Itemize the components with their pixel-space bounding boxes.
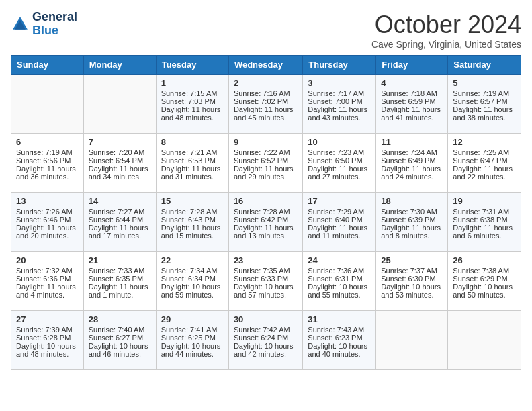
location-subtitle: Cave Spring, Virginia, United States bbox=[371, 39, 521, 50]
day-number: 18 bbox=[381, 196, 443, 206]
day-info: Sunrise: 7:40 AM Sunset: 6:27 PM Dayligh… bbox=[89, 326, 151, 358]
day-info: Sunrise: 7:37 AM Sunset: 6:30 PM Dayligh… bbox=[381, 267, 443, 299]
day-number: 25 bbox=[381, 255, 443, 265]
calendar-cell: 18Sunrise: 7:30 AM Sunset: 6:39 PM Dayli… bbox=[376, 193, 448, 252]
calendar-cell: 30Sunrise: 7:42 AM Sunset: 6:24 PM Dayli… bbox=[228, 311, 302, 370]
calendar-cell: 24Sunrise: 7:36 AM Sunset: 6:31 PM Dayli… bbox=[303, 252, 376, 311]
page-header: General Blue October 2024 Cave Spring, V… bbox=[11, 11, 521, 50]
calendar-cell: 16Sunrise: 7:28 AM Sunset: 6:42 PM Dayli… bbox=[228, 193, 302, 252]
day-number: 8 bbox=[161, 137, 224, 147]
day-info: Sunrise: 7:36 AM Sunset: 6:31 PM Dayligh… bbox=[308, 267, 371, 299]
day-info: Sunrise: 7:43 AM Sunset: 6:23 PM Dayligh… bbox=[308, 326, 371, 358]
weekday-header-row: SundayMondayTuesdayWednesdayThursdayFrid… bbox=[11, 56, 521, 75]
calendar-cell: 15Sunrise: 7:28 AM Sunset: 6:43 PM Dayli… bbox=[156, 193, 228, 252]
day-info: Sunrise: 7:19 AM Sunset: 6:57 PM Dayligh… bbox=[453, 89, 516, 122]
calendar-cell: 17Sunrise: 7:29 AM Sunset: 6:40 PM Dayli… bbox=[303, 193, 376, 252]
calendar-cell: 19Sunrise: 7:31 AM Sunset: 6:38 PM Dayli… bbox=[448, 193, 521, 252]
day-info: Sunrise: 7:23 AM Sunset: 6:50 PM Dayligh… bbox=[308, 148, 371, 181]
day-info: Sunrise: 7:31 AM Sunset: 6:38 PM Dayligh… bbox=[453, 208, 516, 240]
calendar-cell: 20Sunrise: 7:32 AM Sunset: 6:36 PM Dayli… bbox=[11, 252, 84, 311]
day-number: 12 bbox=[453, 137, 516, 147]
weekday-header-sunday: Sunday bbox=[11, 56, 84, 75]
day-number: 23 bbox=[234, 255, 298, 265]
calendar-cell: 27Sunrise: 7:39 AM Sunset: 6:28 PM Dayli… bbox=[11, 311, 84, 370]
calendar-cell: 25Sunrise: 7:37 AM Sunset: 6:30 PM Dayli… bbox=[376, 252, 448, 311]
day-number: 19 bbox=[453, 196, 516, 206]
calendar-cell: 26Sunrise: 7:38 AM Sunset: 6:29 PM Dayli… bbox=[448, 252, 521, 311]
day-info: Sunrise: 7:21 AM Sunset: 6:53 PM Dayligh… bbox=[161, 148, 224, 181]
calendar-cell: 22Sunrise: 7:34 AM Sunset: 6:34 PM Dayli… bbox=[156, 252, 228, 311]
calendar-cell: 23Sunrise: 7:35 AM Sunset: 6:33 PM Dayli… bbox=[228, 252, 302, 311]
day-info: Sunrise: 7:20 AM Sunset: 6:54 PM Dayligh… bbox=[89, 148, 151, 181]
logo: General Blue bbox=[11, 11, 77, 38]
weekday-header-wednesday: Wednesday bbox=[228, 56, 302, 75]
day-info: Sunrise: 7:27 AM Sunset: 6:44 PM Dayligh… bbox=[89, 208, 151, 240]
day-number: 2 bbox=[234, 78, 298, 88]
day-number: 4 bbox=[381, 78, 443, 88]
day-number: 22 bbox=[161, 255, 224, 265]
calendar-cell: 5Sunrise: 7:19 AM Sunset: 6:57 PM Daylig… bbox=[448, 75, 521, 134]
week-row-1: 1Sunrise: 7:15 AM Sunset: 7:03 PM Daylig… bbox=[11, 75, 521, 134]
calendar-cell bbox=[376, 311, 448, 370]
day-number: 27 bbox=[16, 314, 79, 324]
day-number: 16 bbox=[234, 196, 298, 206]
day-number: 10 bbox=[308, 137, 371, 147]
calendar-cell bbox=[11, 75, 84, 134]
day-info: Sunrise: 7:28 AM Sunset: 6:43 PM Dayligh… bbox=[161, 208, 224, 240]
calendar-cell bbox=[83, 75, 156, 134]
calendar-cell: 13Sunrise: 7:26 AM Sunset: 6:46 PM Dayli… bbox=[11, 193, 84, 252]
weekday-header-monday: Monday bbox=[83, 56, 156, 75]
day-info: Sunrise: 7:32 AM Sunset: 6:36 PM Dayligh… bbox=[16, 267, 79, 299]
week-row-4: 20Sunrise: 7:32 AM Sunset: 6:36 PM Dayli… bbox=[11, 252, 521, 311]
day-number: 1 bbox=[161, 78, 224, 88]
calendar-cell: 21Sunrise: 7:33 AM Sunset: 6:35 PM Dayli… bbox=[83, 252, 156, 311]
day-info: Sunrise: 7:34 AM Sunset: 6:34 PM Dayligh… bbox=[161, 267, 224, 299]
day-info: Sunrise: 7:15 AM Sunset: 7:03 PM Dayligh… bbox=[161, 89, 224, 122]
calendar-cell: 10Sunrise: 7:23 AM Sunset: 6:50 PM Dayli… bbox=[303, 134, 376, 193]
calendar-cell: 6Sunrise: 7:19 AM Sunset: 6:56 PM Daylig… bbox=[11, 134, 84, 193]
day-info: Sunrise: 7:26 AM Sunset: 6:46 PM Dayligh… bbox=[16, 208, 79, 240]
day-number: 9 bbox=[234, 137, 298, 147]
week-row-5: 27Sunrise: 7:39 AM Sunset: 6:28 PM Dayli… bbox=[11, 311, 521, 370]
day-number: 13 bbox=[16, 196, 79, 206]
day-info: Sunrise: 7:30 AM Sunset: 6:39 PM Dayligh… bbox=[381, 208, 443, 240]
weekday-header-friday: Friday bbox=[376, 56, 448, 75]
calendar-cell: 7Sunrise: 7:20 AM Sunset: 6:54 PM Daylig… bbox=[83, 134, 156, 193]
weekday-header-tuesday: Tuesday bbox=[156, 56, 228, 75]
day-info: Sunrise: 7:35 AM Sunset: 6:33 PM Dayligh… bbox=[234, 267, 298, 299]
day-number: 20 bbox=[16, 255, 79, 265]
day-number: 11 bbox=[381, 137, 443, 147]
day-info: Sunrise: 7:29 AM Sunset: 6:40 PM Dayligh… bbox=[308, 208, 371, 240]
calendar-cell: 8Sunrise: 7:21 AM Sunset: 6:53 PM Daylig… bbox=[156, 134, 228, 193]
calendar-cell bbox=[448, 311, 521, 370]
week-row-2: 6Sunrise: 7:19 AM Sunset: 6:56 PM Daylig… bbox=[11, 134, 521, 193]
calendar-table: SundayMondayTuesdayWednesdayThursdayFrid… bbox=[11, 55, 521, 370]
day-info: Sunrise: 7:28 AM Sunset: 6:42 PM Dayligh… bbox=[234, 208, 298, 240]
day-number: 28 bbox=[89, 314, 151, 324]
calendar-cell: 12Sunrise: 7:25 AM Sunset: 6:47 PM Dayli… bbox=[448, 134, 521, 193]
calendar-cell: 28Sunrise: 7:40 AM Sunset: 6:27 PM Dayli… bbox=[83, 311, 156, 370]
day-number: 29 bbox=[161, 314, 224, 324]
weekday-header-thursday: Thursday bbox=[303, 56, 376, 75]
day-info: Sunrise: 7:24 AM Sunset: 6:49 PM Dayligh… bbox=[381, 148, 443, 181]
day-info: Sunrise: 7:25 AM Sunset: 6:47 PM Dayligh… bbox=[453, 148, 516, 181]
day-info: Sunrise: 7:19 AM Sunset: 6:56 PM Dayligh… bbox=[16, 148, 79, 181]
calendar-cell: 9Sunrise: 7:22 AM Sunset: 6:52 PM Daylig… bbox=[228, 134, 302, 193]
day-number: 6 bbox=[16, 137, 79, 147]
day-info: Sunrise: 7:33 AM Sunset: 6:35 PM Dayligh… bbox=[89, 267, 151, 299]
day-info: Sunrise: 7:17 AM Sunset: 7:00 PM Dayligh… bbox=[308, 89, 371, 122]
day-info: Sunrise: 7:39 AM Sunset: 6:28 PM Dayligh… bbox=[16, 326, 79, 358]
calendar-cell: 4Sunrise: 7:18 AM Sunset: 6:59 PM Daylig… bbox=[376, 75, 448, 134]
day-info: Sunrise: 7:42 AM Sunset: 6:24 PM Dayligh… bbox=[234, 326, 298, 358]
day-number: 30 bbox=[234, 314, 298, 324]
logo-text: General Blue bbox=[32, 11, 77, 38]
day-number: 26 bbox=[453, 255, 516, 265]
calendar-cell: 2Sunrise: 7:16 AM Sunset: 7:02 PM Daylig… bbox=[228, 75, 302, 134]
calendar-cell: 3Sunrise: 7:17 AM Sunset: 7:00 PM Daylig… bbox=[303, 75, 376, 134]
day-number: 21 bbox=[89, 255, 151, 265]
calendar-cell: 31Sunrise: 7:43 AM Sunset: 6:23 PM Dayli… bbox=[303, 311, 376, 370]
day-info: Sunrise: 7:18 AM Sunset: 6:59 PM Dayligh… bbox=[381, 89, 443, 122]
week-row-3: 13Sunrise: 7:26 AM Sunset: 6:46 PM Dayli… bbox=[11, 193, 521, 252]
day-info: Sunrise: 7:41 AM Sunset: 6:25 PM Dayligh… bbox=[161, 326, 224, 358]
title-block: October 2024 Cave Spring, Virginia, Unit… bbox=[371, 11, 521, 50]
